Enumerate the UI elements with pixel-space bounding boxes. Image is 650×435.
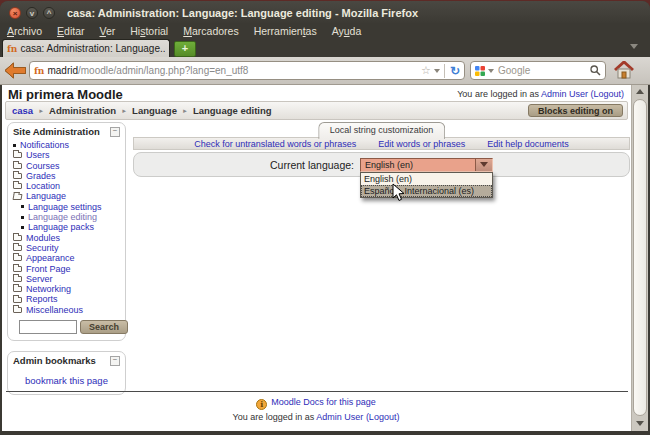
moodle-favicon-icon (7, 44, 17, 54)
logout-link[interactable]: (Logout) (366, 412, 400, 422)
scroll-up-button[interactable] (632, 85, 648, 98)
breadcrumb-home-link[interactable]: casa (12, 105, 33, 116)
option-english[interactable]: English (en) (361, 173, 492, 185)
sidebar-item-security[interactable]: Security (13, 243, 122, 253)
sidebar-item-language-settings[interactable]: Language settings (13, 202, 122, 212)
check-untranslated-link[interactable]: Check for untranslated words or phrases (194, 139, 356, 149)
moodle-docs-link[interactable]: Moodle Docs for this page (271, 397, 376, 407)
search-engine-dropdown-icon[interactable] (488, 69, 494, 73)
sidebar-item-label[interactable]: Language editing (28, 212, 97, 222)
menu-label-part: torial (145, 25, 168, 37)
folder-icon (13, 183, 22, 189)
menu-ver[interactable]: Ver (99, 25, 115, 37)
search-bar[interactable]: Google (470, 61, 606, 80)
close-icon[interactable]: × (9, 7, 21, 19)
block-header: Admin bookmarks (8, 352, 125, 367)
sidebar-item-label[interactable]: Reports (26, 294, 58, 304)
back-arrow-icon (4, 62, 27, 79)
bookmark-this-page-link[interactable]: bookmark this page (25, 375, 108, 386)
reload-icon[interactable]: ↻ (444, 64, 460, 78)
tab-list-icon[interactable] (630, 44, 638, 49)
admin-search-button[interactable]: Search (80, 320, 128, 334)
sidebar-item-grades[interactable]: Grades (13, 171, 122, 181)
sidebar-item-language[interactable]: Language (13, 191, 122, 201)
home-button[interactable] (614, 61, 634, 83)
sidebar-item-courses[interactable]: Courses (13, 161, 122, 171)
new-tab-button[interactable]: + (174, 41, 196, 57)
sidebar-item-label[interactable]: Notifications (20, 140, 69, 150)
menu-editar[interactable]: Editar (57, 25, 84, 37)
sidebar-item-reports[interactable]: Reports (13, 294, 122, 304)
sidebar: Site Administration Notifications Users … (7, 122, 126, 405)
edit-words-link[interactable]: Edit words or phrases (378, 139, 465, 149)
menu-archivo[interactable]: Archivo (7, 25, 42, 37)
sidebar-item-label[interactable]: Grades (26, 171, 56, 181)
minimize-icon[interactable]: v (26, 7, 38, 19)
collapse-block-icon[interactable] (110, 356, 120, 366)
scrollbar-thumb[interactable] (633, 99, 647, 416)
menu-marcadores[interactable]: Marcadores (183, 25, 238, 37)
option-espanol[interactable]: Español - Internacional (es) (361, 185, 492, 197)
sidebar-item-networking[interactable]: Networking (13, 284, 122, 294)
sidebar-item-front-page[interactable]: Front Page (13, 264, 122, 274)
menu-historial[interactable]: Historial (130, 25, 168, 37)
maximize-icon[interactable]: ^ (43, 7, 55, 19)
sidebar-item-label[interactable]: Networking (26, 284, 71, 294)
language-select-wrap: English (en) English (en) Español - Inte… (360, 158, 493, 172)
url-bar[interactable]: madrid/moodle/admin/lang.php?lang=en_utf… (29, 61, 465, 80)
sidebar-item-label[interactable]: Users (26, 150, 50, 160)
bullet-icon (13, 144, 16, 147)
language-select[interactable]: English (en) (360, 158, 493, 172)
menu-herramientas[interactable]: Herramientas (254, 25, 317, 37)
url-dropdown-icon[interactable] (434, 69, 440, 73)
search-input[interactable]: Google (498, 65, 590, 76)
footer-divider (6, 391, 628, 392)
sidebar-item-miscellaneous[interactable]: Miscellaneous (13, 305, 122, 315)
breadcrumb-separator-icon: ► (38, 108, 44, 114)
sidebar-item-language-editing[interactable]: Language editing (13, 212, 122, 222)
sidebar-item-notifications[interactable]: Notifications (13, 140, 122, 150)
moodle-docs-line: Moodle Docs for this page (2, 397, 630, 410)
sidebar-item-appearance[interactable]: Appearance (13, 253, 122, 263)
sidebar-item-label[interactable]: Miscellaneous (26, 305, 83, 315)
menu-ayuda[interactable]: Ayuda (332, 25, 362, 37)
sidebar-item-label[interactable]: Appearance (26, 253, 75, 263)
breadcrumb-item: Language (132, 105, 177, 116)
admin-search-input[interactable] (19, 320, 77, 334)
sidebar-item-label[interactable]: Language settings (28, 202, 102, 212)
folder-icon (13, 266, 22, 272)
admin-user-link[interactable]: Admin User (541, 89, 588, 99)
sidebar-item-location[interactable]: Location (13, 181, 122, 191)
sidebar-item-language-packs[interactable]: Language packs (13, 222, 122, 232)
tab-local-string-customization[interactable]: Local string customization (318, 122, 446, 139)
info-icon (256, 399, 267, 410)
sidebar-item-label[interactable]: Courses (26, 161, 60, 171)
selected-language: English (en) (361, 160, 475, 170)
vertical-scrollbar[interactable] (631, 85, 648, 431)
sidebar-item-label[interactable]: Language (26, 191, 66, 201)
tab-row: Local string customization (133, 122, 630, 137)
folder-icon (13, 245, 22, 251)
browser-tab[interactable]: casa: Administration: Language... (2, 39, 170, 57)
sidebar-item-modules[interactable]: Modules (13, 233, 122, 243)
select-arrow-button[interactable] (475, 159, 492, 171)
blocks-editing-button[interactable]: Blocks editing on (528, 104, 623, 117)
sidebar-item-label[interactable]: Location (26, 181, 60, 191)
sidebar-item-label[interactable]: Server (26, 274, 53, 284)
scroll-down-button[interactable] (632, 417, 648, 430)
sidebar-item-label[interactable]: Language packs (28, 222, 94, 232)
sidebar-item-server[interactable]: Server (13, 274, 122, 284)
edit-help-docs-link[interactable]: Edit help documents (487, 139, 569, 149)
collapse-block-icon[interactable] (110, 127, 120, 137)
folder-icon (13, 307, 22, 313)
sidebar-item-label[interactable]: Modules (26, 233, 60, 243)
block-title: Admin bookmarks (13, 355, 96, 366)
admin-user-link[interactable]: Admin User (316, 412, 363, 422)
logout-link[interactable]: (Logout) (590, 89, 624, 99)
sidebar-item-label[interactable]: Front Page (26, 264, 71, 274)
search-icon[interactable] (590, 65, 601, 76)
sidebar-item-label[interactable]: Security (26, 243, 59, 253)
bookmark-star-icon[interactable]: ☆ (421, 64, 431, 77)
back-button[interactable] (4, 62, 27, 83)
sidebar-item-users[interactable]: Users (13, 150, 122, 160)
